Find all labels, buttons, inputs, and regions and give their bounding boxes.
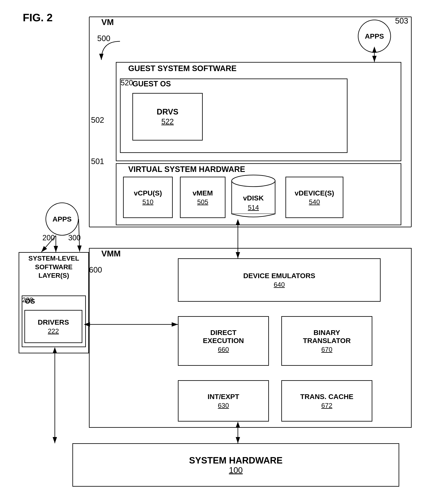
binary-trans-number: 670	[321, 346, 332, 353]
guest-os-number: 520	[121, 78, 133, 87]
vmm-number: 600	[89, 266, 102, 274]
apps-number-top: 503	[395, 17, 408, 25]
sys-level-label: SYSTEM-LEVELSOFTWARELAYER(S)	[28, 254, 79, 279]
drvs-label: DRVS	[157, 108, 178, 116]
guest-system-label: GUEST SYSTEM SOFTWARE	[128, 64, 237, 73]
vdevice-label: vDEVICE(S)	[295, 189, 334, 197]
int-expt-label: INT/EXPT	[208, 393, 239, 401]
int-expt-number: 630	[218, 402, 229, 409]
drvs-number: 522	[161, 117, 174, 126]
trans-cache-label: TRANS. CACHE	[300, 393, 353, 401]
apps-top-label: APPS	[365, 32, 384, 40]
vm-label: VM	[101, 18, 114, 27]
vdisk-cylinder: vDISK 514	[230, 174, 277, 224]
label-501: 501	[91, 157, 104, 166]
direct-exec-box: DIRECTEXECUTION 660	[178, 316, 269, 366]
apps-left-label: APPS	[53, 215, 72, 223]
vm-number: 500	[97, 34, 110, 43]
system-hw-number: 100	[229, 466, 243, 475]
os-number: 220	[22, 296, 33, 304]
sys-level-text: SYSTEM-LEVELSOFTWARELAYER(S)	[22, 254, 86, 280]
vmem-box: vMEM 505	[180, 177, 225, 218]
direct-exec-label: DIRECTEXECUTION	[203, 328, 244, 345]
vmem-label: vMEM	[193, 189, 213, 197]
virtual-hw-label: VIRTUAL SYSTEM HARDWARE	[128, 165, 245, 174]
device-emulators-box: DEVICE EMULATORS 640	[178, 258, 381, 302]
direct-exec-number: 660	[218, 346, 229, 353]
vcpu-number: 510	[142, 198, 153, 206]
apps-circle-left: APPS	[45, 202, 78, 235]
vdevice-number: 540	[309, 198, 320, 206]
trans-cache-number: 672	[321, 402, 332, 409]
vmm-label: VMM	[101, 249, 121, 258]
diagram: FIG. 2 VM 500 APPS 503 502 GUEST SYSTEM …	[0, 0, 447, 504]
label-300: 300	[68, 234, 81, 242]
drvs-box: DRVS 522	[132, 93, 203, 141]
drivers-number: 222	[48, 327, 59, 335]
vmem-number: 505	[197, 198, 208, 206]
guest-os-label: GUEST OS	[132, 80, 171, 88]
svg-text:vDISK: vDISK	[243, 194, 264, 202]
drivers-label: DRIVERS	[38, 318, 69, 326]
vcpu-box: vCPU(S) 510	[123, 177, 173, 218]
system-hw-label: SYSTEM HARDWARE	[189, 455, 283, 466]
drivers-box: DRIVERS 222	[24, 310, 82, 343]
vdevice-box: vDEVICE(S) 540	[285, 177, 343, 218]
label-502: 502	[91, 116, 104, 125]
vcpu-label: vCPU(S)	[134, 189, 162, 197]
binary-trans-box: BINARYTRANSLATOR 670	[281, 316, 372, 366]
binary-trans-label: BINARYTRANSLATOR	[303, 328, 350, 345]
svg-point-1	[232, 175, 275, 187]
label-200: 200	[42, 234, 55, 242]
device-emulators-number: 640	[274, 281, 285, 288]
int-expt-box: INT/EXPT 630	[178, 380, 269, 422]
trans-cache-box: TRANS. CACHE 672	[281, 380, 372, 422]
system-hw-box: SYSTEM HARDWARE 100	[72, 443, 399, 487]
figure-label: FIG. 2	[23, 11, 53, 24]
svg-text:514: 514	[248, 204, 259, 211]
apps-circle-top: APPS	[358, 20, 391, 53]
device-emulators-label: DEVICE EMULATORS	[243, 272, 315, 280]
